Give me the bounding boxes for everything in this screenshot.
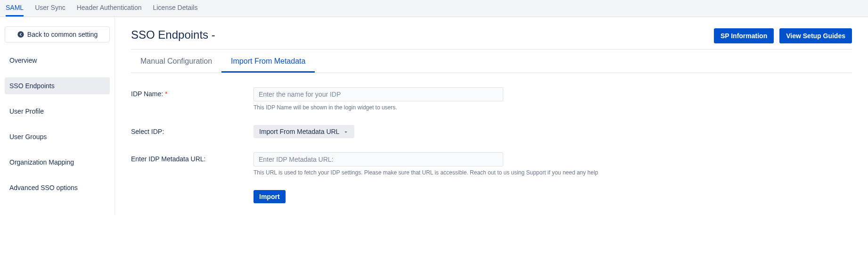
form-row-idp-name: IDP Name: * This IDP Name will be shown … — [131, 87, 852, 111]
svg-point-0 — [17, 31, 24, 37]
sidebar-item-label: SSO Endpoints — [9, 82, 55, 90]
idp-name-input[interactable] — [254, 87, 503, 101]
topnav-item-user-sync[interactable]: User Sync — [35, 0, 66, 17]
inner-tab-label: Manual Configuration — [140, 57, 212, 65]
select-idp-dropdown[interactable]: Import From Metadata URL — [254, 125, 354, 138]
sidebar-item-label: Advanced SSO options — [9, 184, 78, 191]
topnav-item-saml[interactable]: SAML — [6, 0, 24, 17]
label-text: IDP Name: — [131, 90, 163, 98]
inner-tabs: Manual Configuration Import From Metadat… — [131, 51, 852, 73]
topnav-label: License Details — [153, 4, 197, 11]
page-header: SSO Endpoints - SP Information View Setu… — [131, 28, 852, 50]
sidebar-item-label: Overview — [9, 57, 37, 64]
sidebar-item-user-profile[interactable]: User Profile — [5, 103, 110, 120]
select-idp-label: Select IDP: — [131, 125, 254, 135]
form-row-select-idp: Select IDP: Import From Metadata URL — [131, 125, 852, 138]
metadata-url-field: This URL is used to fetch your IDP setti… — [254, 152, 852, 176]
sidebar: Back to common setting Overview SSO Endp… — [0, 17, 115, 215]
topnav-label: SAML — [6, 4, 24, 11]
topnav-item-license-details[interactable]: License Details — [153, 0, 197, 17]
idp-name-field: This IDP Name will be shown in the login… — [254, 87, 852, 111]
sp-information-button[interactable]: SP Information — [714, 28, 774, 43]
sidebar-item-sso-endpoints[interactable]: SSO Endpoints — [5, 77, 110, 94]
import-metadata-form: IDP Name: * This IDP Name will be shown … — [131, 87, 852, 203]
topnav-label: Header Authentication — [77, 4, 142, 11]
sidebar-item-user-groups[interactable]: User Groups — [5, 128, 110, 145]
inner-tab-label: Import From Metadata — [231, 57, 305, 65]
sidebar-item-advanced-sso-options[interactable]: Advanced SSO options — [5, 179, 110, 196]
main-content: SSO Endpoints - SP Information View Setu… — [115, 17, 868, 215]
page-title: SSO Endpoints - — [131, 28, 215, 41]
metadata-url-label: Enter IDP Metadata URL: — [131, 152, 254, 163]
form-row-metadata-url: Enter IDP Metadata URL: This URL is used… — [131, 152, 852, 176]
arrow-left-circle-icon — [17, 31, 25, 38]
submit-row: Import — [254, 190, 852, 203]
idp-name-help: This IDP Name will be shown in the login… — [254, 104, 852, 111]
select-idp-field: Import From Metadata URL — [254, 125, 852, 138]
header-actions: SP Information View Setup Guides — [714, 28, 852, 43]
metadata-url-help: This URL is used to fetch your IDP setti… — [254, 169, 852, 176]
view-setup-guides-button[interactable]: View Setup Guides — [779, 28, 852, 43]
chevron-down-icon — [343, 129, 349, 134]
top-nav: SAML User Sync Header Authentication Lic… — [0, 0, 868, 17]
topnav-item-header-auth[interactable]: Header Authentication — [77, 0, 142, 17]
sidebar-item-label: User Profile — [9, 108, 44, 115]
back-to-common-setting-button[interactable]: Back to common setting — [5, 26, 110, 42]
select-idp-selected-value: Import From Metadata URL — [259, 128, 339, 135]
topnav-label: User Sync — [35, 4, 66, 11]
required-asterisk: * — [165, 90, 167, 98]
sidebar-item-label: Organization Mapping — [9, 158, 74, 166]
import-button[interactable]: Import — [254, 190, 286, 203]
sidebar-item-organization-mapping[interactable]: Organization Mapping — [5, 154, 110, 171]
sidebar-item-label: User Groups — [9, 133, 47, 141]
tab-manual-configuration[interactable]: Manual Configuration — [131, 51, 221, 73]
back-button-label: Back to common setting — [27, 31, 98, 38]
idp-name-label: IDP Name: * — [131, 87, 254, 98]
tab-import-from-metadata[interactable]: Import From Metadata — [221, 51, 315, 73]
metadata-url-input[interactable] — [254, 152, 503, 166]
sidebar-item-overview[interactable]: Overview — [5, 52, 110, 69]
